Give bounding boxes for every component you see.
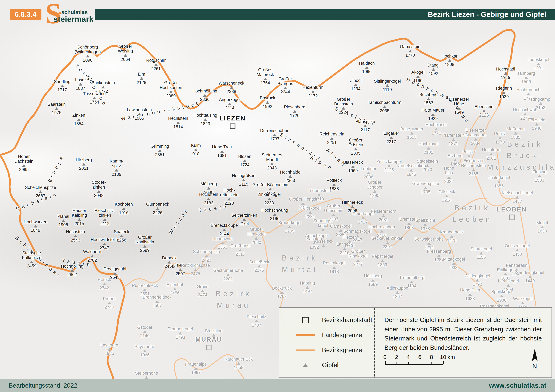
peak-triangle-icon: [395, 291, 399, 294]
peak-triangle-icon: [437, 254, 441, 257]
peak: Buchberg1563: [419, 92, 438, 105]
peak-elevation: 1771: [431, 131, 441, 135]
peak-elevation: 1946: [532, 126, 541, 131]
peak-elevation: 1294: [351, 86, 360, 91]
peak-elevation: 938: [450, 265, 458, 270]
peak-elevation: 2183: [204, 200, 213, 205]
peak-triangle-icon: [288, 226, 292, 228]
peak: Gruber Hirnkogel2080: [247, 227, 265, 245]
peak-elevation: 1845: [407, 172, 416, 177]
peak: Lawinenstein1965: [127, 107, 152, 121]
peak-elevation: 918: [192, 152, 199, 156]
peak-triangle-icon: [155, 300, 159, 303]
peak-name: Großer Ringkogel: [348, 249, 367, 258]
peak: Haidach1096: [359, 61, 375, 74]
landesgrenze-icon: [296, 334, 315, 336]
peak-elevation: 2034: [471, 141, 480, 146]
peak-elevation: 1583: [535, 178, 544, 183]
peak-elevation: 2742: [100, 286, 109, 290]
peak-name: Haidach: [359, 61, 375, 66]
peak-name: Steirische Kalkspitze: [22, 250, 41, 260]
peak-name: Großer Ödstein: [348, 138, 363, 147]
peak-elevation: 2244: [281, 90, 290, 94]
legend-box: BezirkshauptstadtLandesgrenzeBezirksgren…: [279, 307, 552, 378]
peak-name: Scheichenspitze: [25, 185, 56, 190]
peak-elevation: 2159: [298, 205, 308, 210]
peak-name: Habring: [300, 281, 315, 285]
peak-name: Brennerfeldeck: [143, 295, 171, 299]
peak-name: Todeskogel: [527, 57, 549, 62]
peak: Speikkogel1988: [491, 289, 512, 303]
peak: Großhansl2315: [230, 243, 250, 257]
peak-elevation: 2389: [166, 93, 176, 98]
peak: Adlerkuppe1267: [387, 286, 408, 299]
peak: Mittagkogel938: [443, 257, 465, 270]
peak-elevation: 2423: [202, 258, 211, 263]
peak-elevation: 2507: [152, 303, 162, 308]
peak-triangle-icon: [448, 59, 451, 62]
peak-elevation: 2397: [383, 244, 392, 249]
peak-elevation: 1457: [512, 199, 522, 204]
peak-elevation: 1916: [119, 210, 128, 215]
peak-name: Gastrumerhöhe: [213, 268, 243, 273]
peak-elevation: 1458: [512, 252, 522, 257]
peak-elevation: 2315: [235, 252, 245, 257]
peak-triangle-icon: [239, 249, 242, 251]
peak-elevation: 2256: [117, 238, 126, 242]
peak-elevation: 1869: [378, 263, 387, 267]
peak: Schoberspitze2423: [193, 249, 220, 263]
peak: Hoher Dachstein2995: [15, 154, 33, 172]
peak: Großer Hochkasten2389: [160, 80, 182, 99]
peak-elevation: 2164: [240, 221, 249, 226]
city-square-icon: [230, 124, 235, 129]
peak: Elm2128: [137, 72, 146, 85]
peak-elevation: 1929: [428, 116, 438, 121]
legend-symbol-wrap: [293, 334, 317, 336]
peak-elevation: 1589: [368, 282, 378, 287]
peak-name: Hochgrößen: [232, 173, 256, 178]
city-name: LIEZEN: [219, 114, 246, 122]
peak-name: Eisenerzer Reichenstein: [461, 158, 486, 168]
peak-elevation: 2043: [267, 166, 277, 170]
peak-name: Großer Griesstein: [324, 203, 343, 213]
peak-triangle-icon: [143, 288, 147, 291]
peak-elevation: 1965: [135, 116, 144, 121]
peak-name: Hochwildstelle: [91, 237, 118, 242]
peak-name: Himmeleck: [342, 200, 363, 205]
peak-triangle-icon: [108, 302, 111, 304]
peak-triangle-icon: [434, 128, 438, 130]
peak: Hochstein2183: [199, 192, 218, 205]
peak: Speikbichl1378: [415, 218, 435, 231]
revision-status: Bearbeitungsstand: 2022: [9, 382, 77, 389]
peak: Hochkogel2105: [418, 142, 438, 155]
peak-elevation: 2114: [225, 106, 234, 110]
peak-triangle-icon: [97, 190, 101, 193]
peak-elevation: 1549: [454, 110, 464, 115]
district-label: Bezirk Murau: [216, 288, 251, 311]
peak: Hochwurzen1849: [24, 220, 47, 233]
peak-triangle-icon: [255, 320, 258, 322]
peak: Riegerin1939: [496, 86, 512, 99]
peak: Großes Maiereck1764: [257, 67, 274, 86]
website-link[interactable]: www.schulatlas.at: [489, 382, 546, 389]
legend-item: Bezirksgrenze: [293, 342, 372, 357]
peak-name: Großer Pyhrgas: [278, 77, 293, 86]
peak-triangle-icon: [523, 113, 527, 115]
peak-triangle-icon: [138, 113, 141, 115]
peak-triangle-icon: [390, 136, 393, 139]
peak-elevation: 1895: [370, 193, 380, 198]
peak-name: Zinödl: [350, 78, 362, 83]
peak: Großer Ödstein2335: [348, 138, 363, 156]
peak-name: Ochsenkogel: [505, 243, 530, 248]
peak-triangle-icon: [103, 242, 106, 245]
peak-elevation: 1906: [58, 222, 68, 227]
peak-triangle-icon: [122, 207, 126, 210]
peak: Brennerfeldeck2507: [143, 295, 171, 308]
peak-elevation: 1764: [261, 81, 270, 85]
peak-name: Zeiritzkampel: [376, 159, 402, 164]
peak-name: Hochmölbing: [192, 89, 217, 93]
peak-elevation: 1854: [74, 121, 83, 126]
peak-name: Stoder- zinken: [92, 180, 106, 190]
peak: Hochgolling2862: [61, 264, 83, 277]
peak-elevation: 2702: [87, 258, 97, 263]
